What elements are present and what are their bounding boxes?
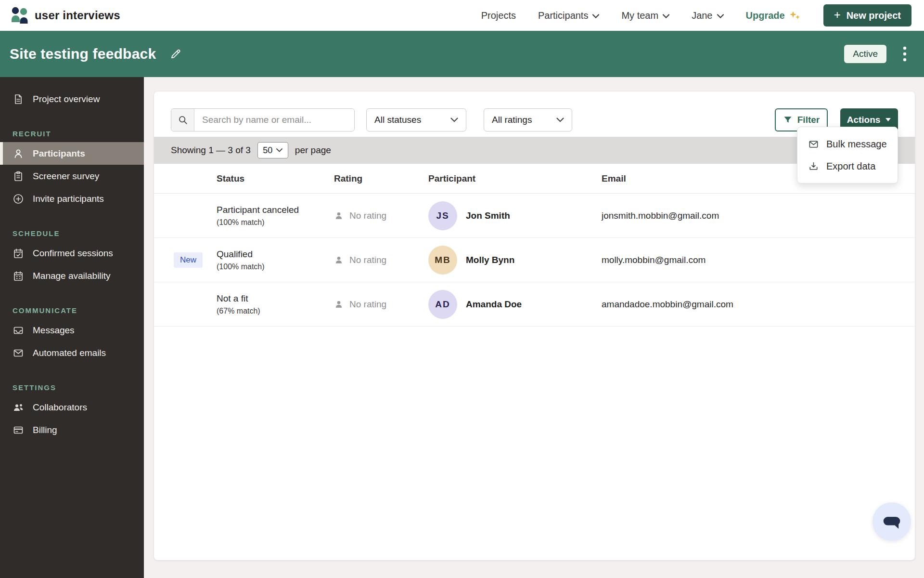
person-icon	[334, 300, 344, 309]
envelope-icon	[13, 347, 24, 359]
participant-cell: AD Amanda Doe	[428, 290, 602, 319]
envelope-icon	[808, 139, 819, 150]
chevron-down-icon	[592, 14, 599, 18]
sidebar-item-billing[interactable]: Billing	[0, 419, 144, 441]
clipboard-icon	[13, 171, 24, 182]
pencil-icon	[169, 48, 182, 60]
participant-cell: JS Jon Smith	[428, 201, 602, 230]
new-project-button[interactable]: + New project	[823, 4, 911, 26]
email-cell: jonsmith.mobbin@gmail.com	[602, 210, 837, 221]
status-badge[interactable]: Active	[844, 45, 886, 63]
edit-title-button[interactable]	[167, 46, 184, 62]
chevron-down-icon	[276, 148, 282, 152]
menu-item-export-data[interactable]: Export data	[797, 155, 898, 177]
rating-cell: No rating	[334, 255, 428, 265]
people-icon	[13, 402, 24, 413]
top-navbar: user interviews Projects Participants My…	[0, 0, 924, 31]
new-badge: New	[174, 252, 203, 268]
sidebar-section-schedule: SCHEDULE	[0, 224, 144, 242]
chat-widget-button[interactable]	[873, 502, 911, 541]
chevron-down-icon	[556, 118, 564, 122]
sidebar-item-participants[interactable]: Participants	[0, 142, 144, 165]
sidebar-item-collaborators[interactable]: Collaborators	[0, 396, 144, 419]
participant-name[interactable]: Amanda Doe	[466, 299, 522, 310]
sidebar-item-manage-availability[interactable]: Manage availability	[0, 264, 144, 287]
rating-filter-select[interactable]: All ratings	[484, 108, 572, 131]
rating-cell: No rating	[334, 299, 428, 310]
plus-circle-icon	[13, 193, 24, 205]
column-header-participant[interactable]: Participant	[428, 173, 602, 184]
column-header-status[interactable]: Status	[217, 173, 334, 184]
document-icon	[13, 93, 24, 105]
caret-down-icon	[885, 118, 891, 122]
kebab-icon	[903, 46, 907, 62]
avatar: JS	[428, 201, 457, 230]
sidebar-item-invite-participants[interactable]: Invite participants	[0, 187, 144, 210]
table-row[interactable]: Participant canceled (100% match) No rat…	[154, 194, 915, 238]
calendar-check-icon	[13, 248, 24, 259]
nav-my-team[interactable]: My team	[621, 10, 669, 21]
inbox-icon	[13, 325, 24, 336]
actions-dropdown-menu: Bulk message Export data	[797, 127, 898, 184]
brand-name: user interviews	[35, 9, 120, 22]
showing-count: Showing 1 — 3 of 3	[171, 145, 251, 156]
calendar-icon	[13, 270, 24, 282]
chevron-down-icon	[450, 118, 458, 122]
sidebar-section-recruit: RECRUIT	[0, 125, 144, 142]
sidebar-item-automated-emails[interactable]: Automated emails	[0, 342, 144, 364]
status-cell: Not a fit (67% match)	[217, 293, 334, 315]
page-title: Site testing feedback	[10, 46, 156, 62]
nav-participants[interactable]: Participants	[538, 10, 600, 21]
table-row[interactable]: Not a fit (67% match) No rating AD Amand…	[154, 282, 915, 327]
email-cell: molly.mobbin@gmail.com	[602, 255, 837, 265]
chevron-down-icon	[663, 14, 669, 18]
sidebar-section-settings: SETTINGS	[0, 379, 144, 396]
person-icon	[13, 148, 24, 159]
sidebar-item-confirmed-sessions[interactable]: Confirmed sessions	[0, 242, 144, 264]
person-icon	[334, 211, 344, 221]
status-filter-select[interactable]: All statuses	[366, 108, 466, 131]
per-page-select[interactable]: 50	[257, 142, 288, 158]
email-cell: amandadoe.mobbin@gmail.com	[602, 299, 837, 310]
rating-cell: No rating	[334, 210, 428, 221]
per-page-label: per page	[295, 145, 331, 156]
participant-name[interactable]: Jon Smith	[466, 210, 510, 221]
person-icon	[334, 255, 344, 265]
filter-funnel-icon	[783, 115, 793, 125]
chat-bubble-icon	[882, 512, 902, 531]
table-row[interactable]: New Qualified (100% match) No rating MB …	[154, 238, 915, 282]
download-icon	[808, 161, 819, 172]
credit-card-icon	[13, 424, 24, 436]
column-header-rating[interactable]: Rating	[334, 173, 428, 184]
project-sidebar: Project overview RECRUIT Participants Sc…	[0, 77, 144, 578]
search-input[interactable]	[194, 109, 354, 131]
menu-item-bulk-message[interactable]: Bulk message	[797, 133, 898, 155]
chevron-down-icon	[717, 14, 724, 18]
project-header-bar: Site testing feedback Active	[0, 31, 924, 77]
status-cell: Participant canceled (100% match)	[217, 205, 334, 227]
participant-name[interactable]: Molly Bynn	[466, 255, 514, 265]
search-control	[171, 108, 355, 131]
nav-projects[interactable]: Projects	[481, 10, 516, 21]
avatar: MB	[428, 246, 457, 275]
sidebar-section-communicate: COMMUNICATE	[0, 302, 144, 319]
sidebar-item-screener-survey[interactable]: Screener survey	[0, 165, 144, 187]
top-nav-links: Projects Participants My team Jane Upgra…	[481, 4, 911, 26]
search-button[interactable]	[171, 109, 194, 131]
plus-icon: +	[834, 9, 841, 21]
participant-cell: MB Molly Bynn	[428, 246, 602, 275]
avatar: AD	[428, 290, 457, 319]
sidebar-item-project-overview[interactable]: Project overview	[0, 88, 144, 110]
sparkles-icon	[789, 9, 801, 22]
kebab-menu-button[interactable]	[900, 44, 910, 64]
search-icon	[178, 115, 188, 125]
sidebar-item-messages[interactable]: Messages	[0, 319, 144, 342]
upgrade-link[interactable]: Upgrade	[746, 9, 801, 22]
user-interviews-logo-icon	[11, 7, 29, 24]
brand[interactable]: user interviews	[11, 7, 120, 24]
nav-user-menu[interactable]: Jane	[692, 10, 723, 21]
status-cell: Qualified (100% match)	[217, 249, 334, 271]
